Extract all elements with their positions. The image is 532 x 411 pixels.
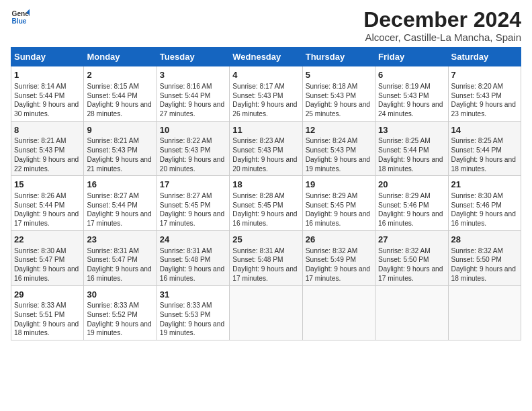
- day-number: 11: [232, 124, 299, 136]
- sunset-label: Sunset: 5:53 PM: [160, 311, 210, 318]
- daylight-label: Daylight: 9 hours and 17 minutes.: [87, 210, 151, 227]
- day-number: 5: [306, 69, 372, 81]
- sunrise-label: Sunrise: 8:21 AM: [14, 137, 66, 144]
- sunrise-label: Sunrise: 8:22 AM: [160, 137, 212, 144]
- sunrise-label: Sunrise: 8:20 AM: [451, 83, 504, 90]
- logo: General Blue: [11, 8, 30, 27]
- daylight-label: Daylight: 9 hours and 18 minutes.: [451, 156, 516, 173]
- sunset-label: Sunset: 5:51 PM: [14, 311, 64, 318]
- sunset-label: Sunset: 5:48 PM: [160, 256, 210, 263]
- sunrise-label: Sunrise: 8:29 AM: [306, 192, 358, 199]
- day-number: 26: [306, 234, 372, 246]
- sunset-label: Sunset: 5:44 PM: [14, 92, 64, 99]
- table-row: 31Sunrise: 8:33 AMSunset: 5:53 PMDayligh…: [157, 285, 229, 340]
- day-number: 13: [378, 124, 445, 136]
- table-row: 10Sunrise: 8:22 AMSunset: 5:43 PMDayligh…: [157, 121, 229, 176]
- sunrise-label: Sunrise: 8:31 AM: [232, 247, 285, 255]
- sunrise-label: Sunrise: 8:17 AM: [232, 83, 285, 90]
- table-row: 4Sunrise: 8:17 AMSunset: 5:43 PMDaylight…: [230, 66, 302, 122]
- daylight-label: Daylight: 9 hours and 18 minutes.: [378, 156, 443, 173]
- sunrise-label: Sunrise: 8:24 AM: [306, 137, 358, 144]
- subtitle: Alcocer, Castille-La Mancha, Spain: [363, 32, 521, 43]
- sunrise-label: Sunrise: 8:23 AM: [232, 137, 285, 144]
- daylight-label: Daylight: 9 hours and 28 minutes.: [87, 101, 151, 118]
- day-number: 19: [306, 179, 372, 191]
- calendar-week-0: 1Sunrise: 8:14 AMSunset: 5:44 PMDaylight…: [11, 66, 521, 122]
- table-row: 5Sunrise: 8:18 AMSunset: 5:43 PMDaylight…: [302, 66, 375, 122]
- sunset-label: Sunset: 5:44 PM: [160, 92, 210, 99]
- table-row: 12Sunrise: 8:24 AMSunset: 5:43 PMDayligh…: [302, 121, 375, 176]
- sunset-label: Sunset: 5:45 PM: [232, 201, 283, 209]
- sunset-label: Sunset: 5:44 PM: [14, 201, 64, 209]
- col-friday: Friday: [375, 48, 448, 66]
- sunrise-label: Sunrise: 8:14 AM: [14, 83, 66, 90]
- daylight-label: Daylight: 9 hours and 17 minutes.: [306, 265, 370, 282]
- sunrise-label: Sunrise: 8:15 AM: [87, 83, 139, 90]
- table-row: 3Sunrise: 8:16 AMSunset: 5:44 PMDaylight…: [157, 66, 229, 122]
- daylight-label: Daylight: 9 hours and 23 minutes.: [451, 101, 516, 118]
- sunset-label: Sunset: 5:43 PM: [232, 146, 283, 154]
- sunrise-label: Sunrise: 8:27 AM: [87, 192, 139, 199]
- day-number: 2: [87, 69, 153, 81]
- sunrise-label: Sunrise: 8:31 AM: [87, 247, 139, 255]
- calendar-week-3: 22Sunrise: 8:30 AMSunset: 5:47 PMDayligh…: [11, 231, 521, 286]
- daylight-label: Daylight: 9 hours and 19 minutes.: [160, 320, 224, 337]
- day-number: 30: [87, 289, 153, 301]
- day-number: 18: [232, 179, 299, 191]
- daylight-label: Daylight: 9 hours and 16 minutes.: [160, 265, 224, 282]
- day-number: 25: [232, 234, 299, 246]
- day-number: 10: [160, 124, 226, 136]
- col-saturday: Saturday: [448, 48, 521, 66]
- daylight-label: Daylight: 9 hours and 16 minutes.: [451, 210, 516, 227]
- sunset-label: Sunset: 5:43 PM: [14, 146, 64, 154]
- table-row: 1Sunrise: 8:14 AMSunset: 5:44 PMDaylight…: [11, 66, 84, 122]
- daylight-label: Daylight: 9 hours and 27 minutes.: [160, 101, 224, 118]
- sunset-label: Sunset: 5:47 PM: [87, 256, 137, 263]
- day-number: 21: [451, 179, 518, 191]
- sunrise-label: Sunrise: 8:27 AM: [160, 192, 212, 199]
- sunset-label: Sunset: 5:43 PM: [160, 146, 210, 154]
- title-block: December 2024 Alcocer, Castille-La Manch…: [363, 8, 521, 43]
- table-row: 6Sunrise: 8:19 AMSunset: 5:43 PMDaylight…: [375, 66, 448, 122]
- sunset-label: Sunset: 5:47 PM: [14, 256, 64, 263]
- daylight-label: Daylight: 9 hours and 17 minutes.: [160, 210, 224, 227]
- main-container: General Blue December 2024 Alcocer, Cast…: [0, 0, 532, 346]
- day-number: 7: [451, 69, 518, 81]
- day-number: 14: [451, 124, 518, 136]
- table-row: 26Sunrise: 8:32 AMSunset: 5:49 PMDayligh…: [302, 231, 375, 286]
- sunset-label: Sunset: 5:43 PM: [306, 146, 356, 154]
- table-row: 27Sunrise: 8:32 AMSunset: 5:50 PMDayligh…: [375, 231, 448, 286]
- day-number: 6: [378, 69, 445, 81]
- table-row: 7Sunrise: 8:20 AMSunset: 5:43 PMDaylight…: [448, 66, 521, 122]
- table-row: 8Sunrise: 8:21 AMSunset: 5:43 PMDaylight…: [11, 121, 84, 176]
- sunset-label: Sunset: 5:49 PM: [306, 256, 356, 263]
- daylight-label: Daylight: 9 hours and 16 minutes.: [232, 210, 297, 227]
- day-number: 12: [306, 124, 372, 136]
- sunset-label: Sunset: 5:52 PM: [87, 311, 137, 318]
- table-row: 15Sunrise: 8:26 AMSunset: 5:44 PMDayligh…: [11, 176, 84, 231]
- table-row: 18Sunrise: 8:28 AMSunset: 5:45 PMDayligh…: [230, 176, 302, 231]
- sunset-label: Sunset: 5:44 PM: [87, 201, 137, 209]
- day-number: 16: [87, 179, 153, 191]
- sunrise-label: Sunrise: 8:29 AM: [378, 192, 431, 199]
- logo-icon: General Blue: [11, 8, 30, 27]
- sunset-label: Sunset: 5:50 PM: [451, 256, 502, 263]
- table-row: 25Sunrise: 8:31 AMSunset: 5:48 PMDayligh…: [230, 231, 302, 286]
- sunset-label: Sunset: 5:44 PM: [378, 146, 429, 154]
- sunrise-label: Sunrise: 8:18 AM: [306, 83, 358, 90]
- sunrise-label: Sunrise: 8:16 AM: [160, 83, 212, 90]
- svg-text:General: General: [12, 10, 30, 17]
- daylight-label: Daylight: 9 hours and 18 minutes.: [451, 265, 516, 282]
- table-row: 2Sunrise: 8:15 AMSunset: 5:44 PMDaylight…: [84, 66, 157, 122]
- daylight-label: Daylight: 9 hours and 17 minutes.: [378, 265, 443, 282]
- table-row: 28Sunrise: 8:32 AMSunset: 5:50 PMDayligh…: [448, 231, 521, 286]
- table-row: [302, 285, 375, 340]
- sunrise-label: Sunrise: 8:33 AM: [87, 302, 139, 309]
- table-row: 19Sunrise: 8:29 AMSunset: 5:45 PMDayligh…: [302, 176, 375, 231]
- sunrise-label: Sunrise: 8:33 AM: [160, 302, 212, 309]
- sunrise-label: Sunrise: 8:31 AM: [160, 247, 212, 255]
- sunrise-label: Sunrise: 8:28 AM: [232, 192, 285, 199]
- daylight-label: Daylight: 9 hours and 17 minutes.: [232, 265, 297, 282]
- sunrise-label: Sunrise: 8:30 AM: [451, 192, 504, 199]
- daylight-label: Daylight: 9 hours and 30 minutes.: [14, 101, 79, 118]
